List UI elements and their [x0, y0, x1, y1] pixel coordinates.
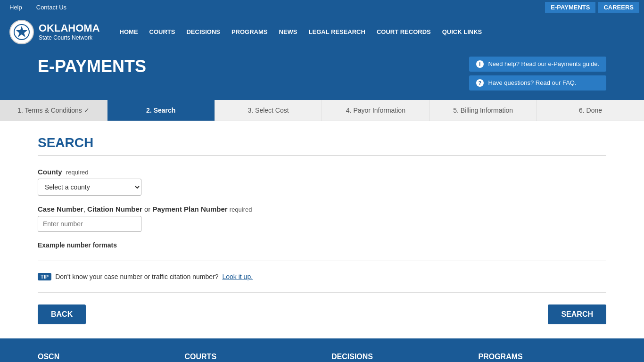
- nav-court-records[interactable]: COURT RECORDS: [371, 24, 437, 40]
- nav-decisions[interactable]: DECISIONS: [181, 24, 226, 40]
- example-formats-label: Example number formats: [38, 241, 606, 249]
- nav-programs[interactable]: PROGRAMS: [226, 24, 273, 40]
- tip-lookup-link[interactable]: Look it up.: [222, 273, 253, 280]
- logo-icon: [9, 20, 34, 44]
- step-3[interactable]: 3. Select Cost: [215, 100, 322, 121]
- top-bar-left: Help Contact Us: [5, 2, 71, 13]
- logo-link[interactable]: OKLAHOMA State Courts Network: [9, 20, 100, 44]
- help-link[interactable]: Help: [5, 2, 27, 13]
- footer-oscn-heading: OSCN: [38, 353, 166, 361]
- faq-text: Have questions? Read our FAQ.: [488, 79, 576, 86]
- top-bar-right: E-PAYMENTS CAREERS: [545, 2, 639, 13]
- footer-courts-heading: COURTS: [185, 353, 313, 361]
- tip-badge: TIP: [38, 273, 51, 280]
- help-boxes: i Need help? Read our e-Payments guide. …: [469, 57, 606, 90]
- nav-links: HOME COURTS DECISIONS PROGRAMS NEWS LEGA…: [114, 24, 488, 40]
- casenumber-input[interactable]: [38, 216, 141, 232]
- footer: OSCN EMAIL: webmaster@oscn.net Oklahoma …: [0, 338, 644, 362]
- nav-home[interactable]: HOME: [114, 24, 144, 40]
- search-section-title: SEARCH: [38, 135, 606, 156]
- step-6[interactable]: 6. Done: [537, 100, 644, 121]
- nav-quick-links[interactable]: QUICK LINKS: [437, 24, 488, 40]
- county-label: County required: [38, 168, 606, 176]
- footer-programs-heading: PROGRAMS: [479, 353, 607, 361]
- back-button[interactable]: BACK: [38, 304, 86, 324]
- county-group: County required Select a countyAdairAlfa…: [38, 168, 606, 196]
- nav-news[interactable]: NEWS: [273, 24, 303, 40]
- page-header: E-PAYMENTS i Need help? Read our e-Payme…: [0, 49, 644, 100]
- network-name: State Courts Network: [39, 34, 100, 41]
- search-button[interactable]: SEARCH: [548, 304, 606, 324]
- page-title: E-PAYMENTS: [38, 57, 146, 76]
- tip-box: TIP Don't know your case number or traff…: [38, 273, 606, 280]
- state-name: OKLAHOMA: [39, 23, 100, 34]
- county-select[interactable]: Select a countyAdairAlfalfaAtokaBeaverBe…: [38, 179, 141, 196]
- footer-decisions: DECISIONS New Decisions Supreme Court of…: [331, 353, 460, 362]
- help-epayments-guide: i Need help? Read our e-Payments guide.: [469, 57, 606, 72]
- step-4[interactable]: 4. Payor Information: [322, 100, 429, 121]
- help-text: Need help? Read our e-Payments guide.: [488, 60, 599, 67]
- epayments-toplink[interactable]: E-PAYMENTS: [545, 2, 595, 13]
- careers-toplink[interactable]: CAREERS: [598, 2, 639, 13]
- step-2[interactable]: 2. Search: [107, 100, 215, 121]
- question-icon: ?: [476, 79, 484, 87]
- step-1[interactable]: 1. Terms & Conditions ✓: [0, 100, 107, 121]
- tip-text: Don't know your case number or traffic c…: [55, 273, 218, 280]
- help-faq: ? Have questions? Read our FAQ.: [469, 75, 606, 90]
- top-bar: Help Contact Us E-PAYMENTS CAREERS: [0, 0, 644, 14]
- svg-marker-1: [16, 26, 27, 37]
- divider: [38, 261, 606, 261]
- step-5[interactable]: 5. Billing Information: [429, 100, 537, 121]
- nav-bar: OKLAHOMA State Courts Network HOME COURT…: [0, 14, 644, 49]
- contact-link[interactable]: Contact Us: [32, 2, 71, 13]
- steps-bar: 1. Terms & Conditions ✓ 2. Search 3. Sel…: [0, 100, 644, 121]
- nav-courts[interactable]: COURTS: [144, 24, 181, 40]
- footer-programs: PROGRAMS The Sovereignty Symposium Alter…: [479, 353, 607, 362]
- casenumber-group: Case Number, Citation Number or Payment …: [38, 205, 606, 232]
- actions: BACK SEARCH: [38, 304, 606, 324]
- logo-text: OKLAHOMA State Courts Network: [39, 23, 100, 41]
- info-icon: i: [476, 60, 484, 68]
- casenumber-label: Case Number, Citation Number or Payment …: [38, 205, 606, 213]
- main-content: SEARCH County required Select a countyAd…: [0, 121, 644, 338]
- footer-courts: COURTS Supreme Court of Oklahoma Court o…: [185, 353, 313, 362]
- footer-decisions-heading: DECISIONS: [331, 353, 460, 361]
- divider2: [38, 292, 606, 293]
- nav-legal-research[interactable]: LEGAL RESEARCH: [303, 24, 371, 40]
- footer-oscn: OSCN EMAIL: webmaster@oscn.net Oklahoma …: [38, 353, 166, 362]
